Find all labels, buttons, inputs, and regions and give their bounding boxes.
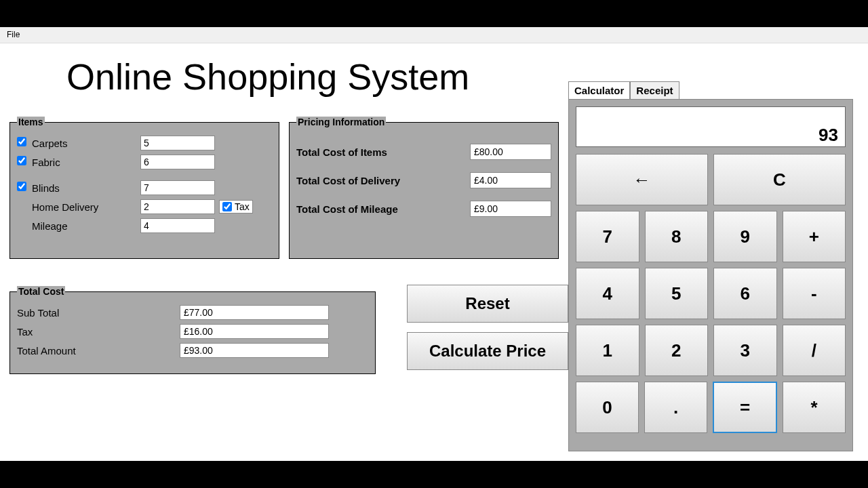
calc-key-6[interactable]: 6 [713, 268, 777, 319]
tab-receipt[interactable]: Receipt [630, 81, 679, 99]
calc-key-2[interactable]: 2 [645, 325, 709, 376]
total-mileage-value[interactable] [470, 201, 551, 217]
mileage-row: Mileage [17, 218, 272, 233]
calc-key-9[interactable]: 9 [713, 211, 777, 262]
total-items-value[interactable] [470, 144, 551, 160]
mileage-label: Mileage [32, 220, 140, 232]
total-cost-legend: Total Cost [17, 286, 65, 297]
total-delivery-value[interactable] [470, 172, 551, 188]
calc-key-5[interactable]: 5 [645, 268, 709, 319]
tax-checkbox[interactable] [222, 202, 232, 211]
carpets-checkbox[interactable] [17, 137, 26, 146]
content-area: Online Shopping System Items Carpets Fab… [0, 43, 868, 117]
carpets-row: Carpets [17, 136, 272, 150]
left-column: Items Carpets Fabric Blinds [9, 117, 559, 374]
carpets-label: Carpets [32, 138, 140, 149]
total-delivery-label: Total Cost of Delivery [296, 175, 400, 186]
total-amount-value[interactable] [180, 343, 329, 358]
calc-key-plus[interactable]: + [783, 211, 846, 262]
fabric-row: Fabric [17, 155, 272, 169]
calculator-panel: Calculator Receipt 93 ← C 7 8 9 + 4 5 [568, 81, 853, 451]
subtotal-label: Sub Total [17, 307, 180, 319]
total-amount-row: Total Amount [17, 343, 368, 358]
calc-backspace-button[interactable]: ← [576, 154, 708, 205]
reset-button[interactable]: Reset [407, 285, 568, 323]
calc-key-3[interactable]: 3 [713, 325, 777, 376]
total-amount-label: Total Amount [17, 345, 180, 357]
total-delivery-row: Total Cost of Delivery [296, 172, 551, 188]
calc-key-minus[interactable]: - [783, 268, 846, 319]
calc-key-4[interactable]: 4 [576, 268, 639, 319]
items-fieldset: Items Carpets Fabric Blinds [9, 117, 279, 259]
home-delivery-label: Home Delivery [32, 201, 140, 213]
calc-clear-button[interactable]: C [713, 154, 846, 205]
fabric-checkbox[interactable] [17, 156, 26, 165]
tax-label: Tax [235, 201, 250, 212]
total-items-row: Total Cost of Items [296, 144, 551, 160]
blinds-qty-input[interactable] [140, 180, 215, 195]
mileage-qty-input[interactable] [140, 218, 215, 233]
calc-key-0[interactable]: 0 [576, 382, 639, 433]
tax-row: Tax [17, 324, 368, 339]
calc-key-8[interactable]: 8 [645, 211, 709, 262]
total-cost-fieldset: Total Cost Sub Total Tax Total Amount [9, 286, 376, 374]
calc-key-divide[interactable]: / [783, 325, 846, 376]
tax-total-value[interactable] [180, 324, 329, 339]
subtotal-row: Sub Total [17, 305, 368, 320]
fabric-qty-input[interactable] [140, 155, 215, 169]
home-delivery-row: Home Delivery Tax [17, 199, 272, 214]
tax-total-label: Tax [17, 326, 180, 338]
tab-calculator[interactable]: Calculator [568, 81, 630, 99]
home-delivery-qty-input[interactable] [140, 199, 215, 214]
total-mileage-row: Total Cost of Mileage [296, 201, 551, 217]
pricing-legend: Pricing Information [296, 117, 386, 127]
calc-key-7[interactable]: 7 [576, 211, 639, 262]
calculate-button[interactable]: Calculate Price [407, 332, 568, 370]
action-buttons: Reset Calculate Price [407, 285, 568, 380]
calc-key-1[interactable]: 1 [576, 325, 639, 376]
calc-body: 93 ← C 7 8 9 + 4 5 6 - 1 [568, 99, 853, 451]
carpets-qty-input[interactable] [140, 136, 215, 150]
fabric-label: Fabric [32, 157, 140, 168]
app-window: File Online Shopping System Items Carpet… [0, 27, 868, 461]
blinds-label: Blinds [32, 182, 140, 194]
tax-check-wrap: Tax [219, 200, 253, 214]
menubar: File [0, 27, 868, 43]
top-row: Items Carpets Fabric Blinds [9, 117, 559, 259]
total-mileage-label: Total Cost of Mileage [296, 203, 398, 215]
calc-display: 93 [576, 106, 846, 147]
items-legend: Items [17, 117, 45, 127]
calc-key-multiply[interactable]: * [783, 382, 846, 433]
subtotal-value[interactable] [180, 305, 329, 320]
blinds-checkbox[interactable] [17, 182, 26, 191]
calc-key-dot[interactable]: . [644, 382, 707, 433]
calc-tabs: Calculator Receipt [568, 81, 853, 99]
menu-file[interactable]: File [7, 30, 20, 39]
total-items-label: Total Cost of Items [296, 146, 387, 158]
calc-key-equals[interactable]: = [713, 382, 777, 433]
pricing-fieldset: Pricing Information Total Cost of Items … [289, 117, 559, 259]
blinds-row: Blinds [17, 180, 272, 195]
